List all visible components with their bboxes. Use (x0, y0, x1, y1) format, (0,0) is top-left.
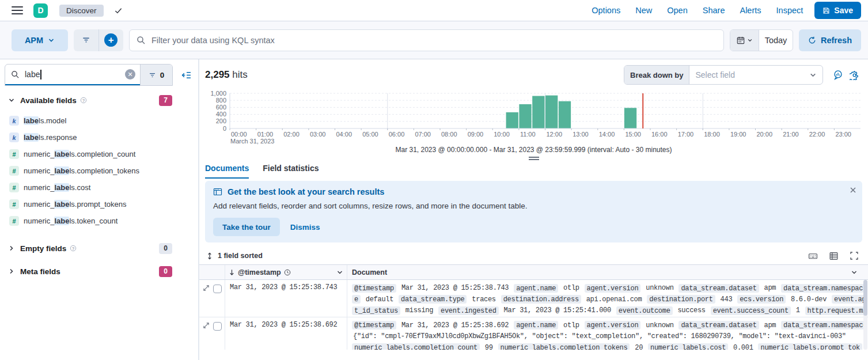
svg-text:06:00: 06:00 (389, 131, 405, 138)
keyword-type-icon: k (9, 116, 19, 126)
field-item[interactable]: #numeric_labels.completion_count (0, 146, 198, 162)
chevron-down-icon[interactable] (851, 269, 858, 276)
document-line: numeric_labels.completion_count 99 numer… (352, 343, 866, 350)
field-value: 443 (719, 295, 734, 304)
field-value: default (365, 295, 395, 304)
field-name-highlight: labe (54, 150, 69, 158)
kql-search-input[interactable] (151, 36, 717, 45)
row-checkbox[interactable] (213, 285, 222, 293)
fullscreen-icon (850, 251, 859, 260)
saved-query-menu-button[interactable] (74, 29, 98, 51)
meta-fields-header[interactable]: Meta fields 0 (0, 263, 198, 280)
top-nav: OptionsNewOpenShareAlertsInspect (592, 6, 803, 15)
nav-link-alerts[interactable]: Alerts (740, 6, 761, 15)
field-name-badge: numeric_labels.cost (648, 343, 728, 350)
field-name: numeric_labels.cost (24, 183, 90, 192)
scrollbar-thumb[interactable] (863, 280, 867, 316)
field-item[interactable]: klabels.response (0, 129, 198, 146)
field-item[interactable]: klabels.model (0, 112, 198, 129)
expand-row-icon[interactable] (203, 285, 210, 291)
nav-link-options[interactable]: Options (592, 6, 620, 15)
field-name-badge: http.request.m… (805, 306, 866, 315)
field-name-badge: data_stream.namespace (781, 321, 866, 329)
chart-bubble-icon (833, 70, 843, 80)
display-options-button[interactable] (828, 250, 839, 262)
row-checkbox[interactable] (213, 322, 222, 331)
timestamp-column-header[interactable]: @timestamp (225, 265, 347, 279)
svg-text:March 31, 2023: March 31, 2023 (230, 138, 274, 145)
histogram-chart[interactable]: 02004006008001,00000:0001:0002:0003:0004… (204, 90, 864, 145)
field-search-input[interactable]: labe ✕ (5, 65, 140, 85)
field-name-badge: agent.version (585, 321, 641, 329)
document-cell: @timestamp Mar 31, 2023 @ 15:25:38.692 a… (347, 317, 868, 350)
svg-text:02:00: 02:00 (283, 131, 300, 138)
kql-search-box (129, 29, 724, 51)
field-name: numeric_labels.token_count (24, 217, 117, 225)
nav-link-open[interactable]: Open (667, 6, 687, 15)
row-controls (199, 280, 225, 317)
breakdown-field-select[interactable]: Select field (689, 66, 822, 84)
chart-options-button[interactable] (846, 67, 862, 83)
expand-row-icon[interactable] (203, 322, 210, 329)
empty-fields-header[interactable]: Empty fields ? 0 (0, 240, 198, 257)
tab-documents[interactable]: Documents (205, 164, 249, 179)
meta-fields-count: 0 (159, 266, 172, 277)
chevron-down-icon[interactable] (336, 269, 343, 276)
take-tour-button[interactable]: Take the tour (213, 218, 280, 236)
field-item[interactable]: #numeric_labels.token_count (0, 213, 198, 229)
field-name: numeric_labels.completion_count (24, 150, 135, 158)
available-fields-header[interactable]: Available fields ? 7 (0, 92, 198, 109)
document-line: @timestamp Mar 31, 2023 @ 15:25:38.743 a… (352, 283, 866, 294)
collapse-sidebar-button[interactable] (177, 66, 195, 84)
dismiss-link[interactable]: Dismiss (290, 223, 320, 232)
tab-field-statistics[interactable]: Field statistics (263, 164, 319, 179)
document-line: t_id_status missing event.ingested Mar 3… (352, 305, 866, 317)
fields-sidebar: labe ✕ 0 Available fields ? 7 klabels.mo… (0, 59, 199, 360)
field-name-suffix: ls.token_count (69, 217, 117, 225)
menu-icon[interactable] (12, 6, 23, 14)
svg-text:17:00: 17:00 (678, 131, 694, 138)
breadcrumb[interactable]: Discover (59, 5, 104, 17)
add-filter-button[interactable]: + (98, 29, 124, 51)
field-item[interactable]: #numeric_labels.prompt_tokens (0, 196, 198, 213)
save-icon (822, 7, 830, 14)
field-search-box: labe ✕ 0 (5, 64, 173, 86)
nav-link-new[interactable]: New (635, 6, 652, 15)
grid-toolbar: 1 field sorted (199, 246, 868, 264)
nav-link-inspect[interactable]: Inspect (776, 6, 803, 15)
nav-link-share[interactable]: Share (703, 6, 725, 15)
explore-in-lens-button[interactable] (830, 67, 846, 83)
svg-text:18:00: 18:00 (704, 131, 720, 138)
data-view-picker[interactable]: APM (12, 29, 68, 51)
table-row: Mar 31, 2023 @ 15:25:38.743@timestamp Ma… (199, 280, 868, 317)
number-type-icon: # (9, 166, 19, 176)
date-picker-button[interactable] (730, 30, 759, 51)
field-name: numeric_labels.completion_tokens (24, 166, 139, 175)
clear-search-icon[interactable]: ✕ (125, 69, 135, 79)
save-button[interactable]: Save (814, 2, 861, 19)
field-name-suffix: ls.model (39, 116, 66, 125)
field-list: klabels.modelklabels.response#numeric_la… (0, 112, 198, 229)
refresh-button[interactable]: Refresh (799, 29, 861, 51)
field-name-prefix: numeric_ (24, 200, 54, 209)
field-value: 0.001 (732, 344, 755, 350)
timestamp-cell: Mar 31, 2023 @ 15:25:38.743 (225, 280, 347, 317)
documents-grid: @timestamp Document Mar 31, 2023 @ 15:25… (199, 264, 868, 350)
field-value: 8.6.0-dev (790, 295, 828, 304)
field-name-highlight: labe (24, 133, 39, 142)
field-item[interactable]: #numeric_labels.cost (0, 179, 198, 196)
field-name-badge: data_stream.dataset (679, 284, 759, 293)
fullscreen-button[interactable] (848, 250, 860, 262)
field-name-prefix: numeric_ (24, 217, 54, 225)
field-value: {"id": "cmpl-70EfT9axMJl0cd0pXbwZg1BFAH5… (352, 332, 847, 340)
text-cursor (40, 70, 41, 79)
document-column-header[interactable]: Document (347, 265, 868, 279)
keyboard-shortcuts-button[interactable] (807, 250, 818, 262)
sorted-fields-label[interactable]: 1 field sorted (218, 252, 263, 260)
close-icon[interactable] (850, 187, 856, 194)
date-range-label[interactable]: Today (759, 30, 793, 51)
field-item[interactable]: #numeric_labels.completion_tokens (0, 162, 198, 179)
space-avatar[interactable]: D (33, 3, 48, 18)
vertical-scrollbar[interactable] (863, 280, 867, 350)
field-filter-button[interactable]: 0 (140, 65, 172, 85)
